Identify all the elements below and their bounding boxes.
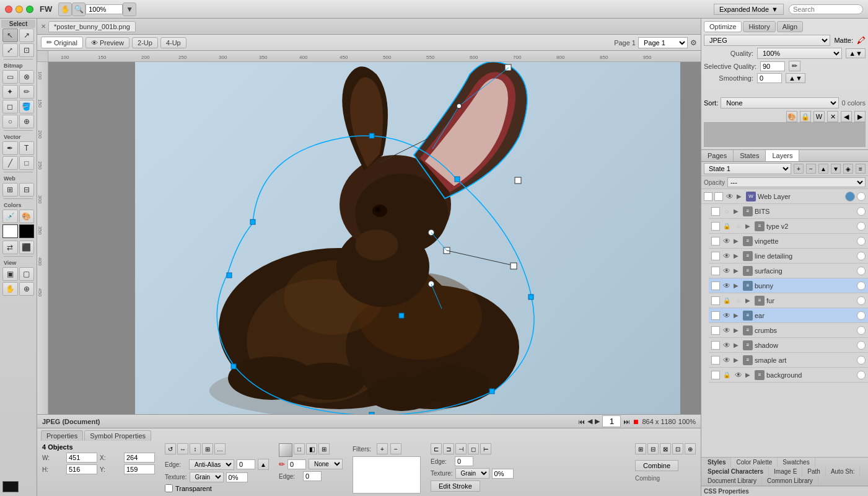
layer-circle-background[interactable] <box>857 371 866 379</box>
layer-eye-web[interactable]: 👁 <box>725 192 735 201</box>
layer-check-crumbs[interactable] <box>711 326 720 335</box>
blur-tool[interactable]: ○ <box>2 115 18 128</box>
text-tool[interactable]: T <box>19 141 35 155</box>
layer-check-line[interactable] <box>711 252 720 260</box>
subselect-tool[interactable]: ↗ <box>19 29 35 42</box>
page-dropdown[interactable]: Page 1 <box>638 37 688 48</box>
layer-circle-line[interactable] <box>857 252 866 260</box>
layer-item-vingette[interactable]: 👁 ▶ ≡ vingette <box>709 234 868 249</box>
layer-circle-crumbs[interactable] <box>857 326 866 335</box>
layer-circle-typev2[interactable] <box>857 222 866 231</box>
layer-check-web[interactable] <box>704 192 712 201</box>
tab-doc-library[interactable]: Document Library <box>703 476 762 485</box>
layer-expand-bits[interactable]: ▶ <box>734 208 741 215</box>
page-settings-icon[interactable]: ⚙ <box>690 38 697 47</box>
tab-preview[interactable]: 👁 Preview <box>85 37 129 48</box>
stroke-value[interactable] <box>287 459 306 469</box>
tab-close-icon[interactable]: ✕ <box>41 23 46 30</box>
layer-item-bunny[interactable]: 👁 ▶ ≡ bunny <box>709 278 868 293</box>
shape-tool[interactable]: □ <box>19 156 35 170</box>
layer-action-web[interactable] <box>845 192 855 202</box>
layer-circle-surfacing[interactable] <box>857 267 866 275</box>
layer-check-background[interactable] <box>711 371 720 379</box>
tab-properties[interactable]: Properties <box>41 430 83 441</box>
sort-dropdown[interactable]: None <box>721 97 839 108</box>
combine-icon3[interactable]: ⊠ <box>660 443 671 454</box>
tab-2up[interactable]: 2-Up <box>132 37 158 48</box>
nav-next-icon[interactable]: ▶ <box>595 417 600 425</box>
layer-item-fur[interactable]: 🔒 ○ ▶ ≡ fur <box>709 293 868 308</box>
layer-check2-web[interactable] <box>714 192 723 201</box>
tab-original[interactable]: ✏ Original <box>41 37 83 48</box>
palette-color-wheel[interactable]: 🎨 <box>786 111 797 122</box>
layer-circle-shadow[interactable] <box>857 341 866 350</box>
palette-lock[interactable]: 🔒 <box>800 111 811 122</box>
edge-stepper-up[interactable]: ▲ <box>258 459 269 470</box>
select-tool[interactable]: ↖ <box>2 29 18 42</box>
tab-states[interactable]: States <box>734 150 766 161</box>
state-options[interactable]: ≡ <box>856 164 866 174</box>
page-number-input[interactable] <box>602 415 621 427</box>
stroke-icon1[interactable]: ◻ <box>468 443 479 454</box>
layer-circle-web[interactable] <box>857 192 866 201</box>
hotspot-tool[interactable]: ⊞ <box>2 183 18 197</box>
combine-icon5[interactable]: ⊕ <box>685 443 696 454</box>
layer-check-typev2[interactable] <box>711 222 720 231</box>
add-filter-icon[interactable]: + <box>377 443 388 454</box>
fill-color-swatch[interactable] <box>279 443 292 457</box>
tab-4up[interactable]: 4-Up <box>160 37 186 48</box>
fill-color[interactable] <box>2 224 18 238</box>
layer-item-crumbs[interactable]: 👁 ▶ ≡ crumbs <box>709 323 868 338</box>
state-duplicate[interactable]: ◈ <box>843 164 853 174</box>
layer-item-bits[interactable]: ○ ▶ ≡ BITS <box>709 204 868 219</box>
tab-path[interactable]: Path <box>802 467 826 476</box>
layer-eye-bunny[interactable]: 👁 <box>722 281 732 290</box>
stroke-color[interactable] <box>19 224 35 238</box>
layer-expand-ving[interactable]: ▶ <box>734 237 741 244</box>
smoothing-stepper[interactable]: ▲▼ <box>786 73 805 83</box>
maximize-button[interactable] <box>26 6 33 13</box>
window-controls[interactable] <box>5 6 33 13</box>
tab-styles[interactable]: Styles <box>703 458 731 467</box>
line-tool[interactable]: ╱ <box>2 156 18 170</box>
default-colors[interactable]: ⬛ <box>19 241 35 254</box>
tab-swatches[interactable]: Swatches <box>778 458 815 467</box>
layer-eye-surfacing[interactable]: 👁 <box>722 267 732 275</box>
layer-item-web-layer[interactable]: 👁 ▶ W Web Layer <box>701 189 868 204</box>
fill-type-solid[interactable]: □ <box>294 443 305 454</box>
fill-edge-input[interactable] <box>303 471 322 481</box>
marquee-tool[interactable]: ▭ <box>2 70 18 84</box>
stroke-texture-pct[interactable] <box>492 469 514 479</box>
nav-last-icon[interactable]: ⏭ <box>623 418 630 425</box>
zoom-display[interactable] <box>85 4 123 14</box>
state-move-up[interactable]: ▲ <box>818 164 828 174</box>
layer-check-surfacing[interactable] <box>711 267 720 275</box>
layer-expand-background[interactable]: ▶ <box>745 371 753 378</box>
layer-eye-shadow[interactable]: 👁 <box>722 341 732 350</box>
layer-circle-ving[interactable] <box>857 237 866 246</box>
combine-icon4[interactable]: ⊡ <box>672 443 683 454</box>
selective-quality-btn[interactable]: ✏ <box>789 61 800 71</box>
expanded-mode-button[interactable]: Expanded Mode ▼ <box>714 4 784 15</box>
pen-tool[interactable]: ✒ <box>2 141 18 155</box>
combine-button[interactable]: Combine <box>635 460 678 471</box>
scale-tool[interactable]: ⤢ <box>2 43 18 57</box>
layer-eye-ear[interactable]: 👁 <box>722 311 732 320</box>
fill-type-pattern[interactable]: ⊞ <box>318 443 330 454</box>
selective-quality-input[interactable] <box>760 61 785 71</box>
layer-circle-bits[interactable] <box>857 207 866 216</box>
layer-check-bits[interactable] <box>711 207 720 216</box>
align-icon[interactable]: ⊞ <box>202 443 213 454</box>
rotate-icon[interactable]: ↺ <box>165 443 176 454</box>
stroke-align-center[interactable]: ⊐ <box>443 443 454 454</box>
layer-circle-smaple[interactable] <box>857 356 866 365</box>
stroke-texture-dropdown[interactable]: Grain <box>455 468 489 479</box>
layer-item-surfacing[interactable]: 👁 ▶ ≡ surfacing <box>709 264 868 278</box>
nav-first-icon[interactable]: ⏮ <box>578 418 585 425</box>
lasso-tool[interactable]: ⊗ <box>19 70 35 84</box>
layer-item-background[interactable]: 🔒 👁 ▶ ≡ background <box>709 368 868 383</box>
tab-pages[interactable]: Pages <box>701 150 734 161</box>
swap-colors[interactable]: ⇄ <box>2 241 18 254</box>
stop-icon[interactable]: ⏹ <box>633 418 639 425</box>
layer-expand-ear[interactable]: ▶ <box>734 312 741 319</box>
